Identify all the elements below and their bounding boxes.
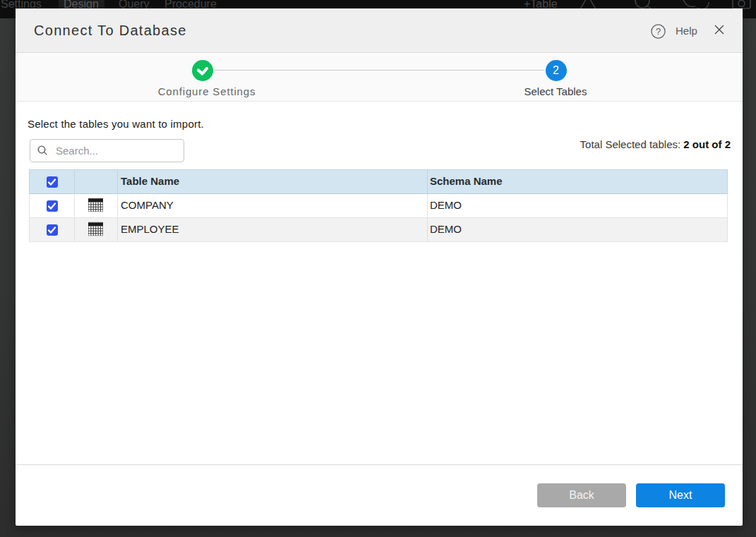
svg-text:?: ? [656, 26, 661, 37]
